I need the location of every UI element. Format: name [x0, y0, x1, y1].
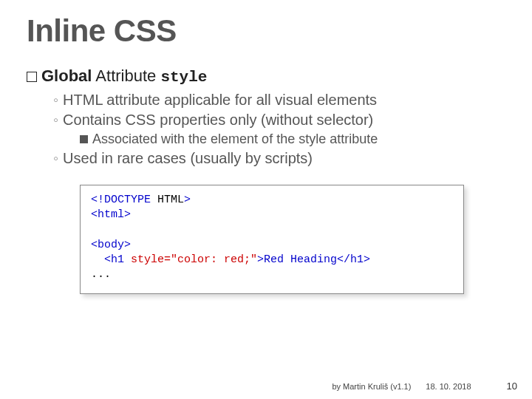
- code-kw: <h1: [91, 253, 131, 266]
- code-line: <h1 style="color: red;">Red Heading</h1>: [91, 253, 453, 267]
- subsub-bullet-1: Associated with the element of the style…: [80, 130, 505, 149]
- main-label-prefix: Global: [41, 66, 92, 85]
- sub2-text: Contains CSS properties only (without se…: [63, 112, 373, 128]
- sub3-text: Used in rare cases (usually by scripts): [63, 150, 313, 166]
- filled-square-bullet-icon: [80, 135, 88, 143]
- code-line: ...: [91, 267, 453, 282]
- code-example-box: <!DOCTYPE HTML> <html> <body> <h1 style=…: [80, 185, 464, 294]
- footer-page-number: 10: [507, 381, 517, 392]
- main-label-code: style: [160, 69, 207, 86]
- footer-author: by Martin Kruliš (v1.1): [332, 382, 411, 391]
- main-label-rest: Attribute: [92, 66, 160, 85]
- code-text: HTML: [157, 194, 184, 206]
- code-line: [91, 223, 453, 238]
- diamond-bullet-icon: ◦: [53, 112, 58, 128]
- diamond-bullet-icon: ◦: [53, 92, 58, 108]
- code-kw: >Red Heading</h1>: [257, 253, 370, 266]
- sub-bullet-1: ◦HTML attribute applicable for all visua…: [53, 90, 505, 110]
- code-kw: <html>: [91, 208, 131, 221]
- slide-footer: by Martin Kruliš (v1.1) 18. 10. 2018 10: [332, 381, 517, 392]
- square-bullet-icon: [27, 72, 37, 82]
- code-text: ...: [91, 268, 111, 281]
- bullet-main: Global Attribute style: [27, 66, 505, 86]
- code-line: <body>: [91, 238, 453, 253]
- footer-date: 18. 10. 2018: [426, 382, 471, 391]
- sub1-text: HTML attribute applicable for all visual…: [63, 92, 377, 108]
- code-line: <!DOCTYPE HTML>: [91, 193, 453, 208]
- code-kw: >: [184, 194, 191, 206]
- code-kw: <!DOCTYPE: [91, 194, 157, 206]
- code-line: <html>: [91, 208, 453, 222]
- sub-bullet-2: ◦Contains CSS properties only (without s…: [53, 110, 505, 130]
- sub-bullet-3: ◦Used in rare cases (usually by scripts): [53, 149, 505, 168]
- diamond-bullet-icon: ◦: [53, 150, 58, 166]
- subsub1-text: Associated with the element of the style…: [92, 132, 378, 146]
- slide-title: Inline CSS: [27, 13, 505, 49]
- code-kw: <body>: [91, 239, 131, 251]
- code-attr: style="color: red;": [131, 253, 257, 266]
